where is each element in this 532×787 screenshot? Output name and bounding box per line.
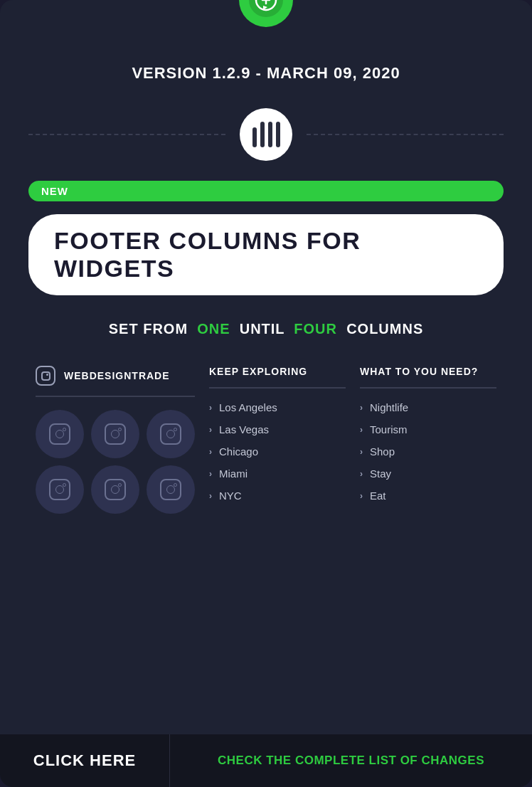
list-item[interactable]: › Chicago	[209, 445, 346, 458]
dashed-line-left	[28, 134, 225, 135]
set-from-text: SET FROM ONE UNTIL FOUR COLUMNS	[28, 321, 504, 337]
chevron-icon: ›	[360, 447, 363, 457]
bar-3	[268, 122, 272, 147]
four-label: FOUR	[294, 321, 337, 337]
list-item[interactable]: › NYC	[209, 490, 346, 502]
list-item-label: NYC	[219, 490, 242, 502]
chevron-icon: ›	[360, 403, 363, 413]
dashed-line-right	[307, 134, 504, 135]
instagram-thumb-2[interactable]	[91, 410, 139, 458]
exploring-nav-list: › Los Angeles › Las Vegas › Chicago › Mi…	[209, 401, 346, 502]
new-badge: NEW	[28, 181, 504, 201]
chevron-icon: ›	[209, 447, 212, 457]
instagram-thumb-6[interactable]	[147, 465, 195, 514]
chevron-icon: ›	[209, 469, 212, 479]
list-item-label: Los Angeles	[219, 401, 277, 413]
footer-col-needs: WHAT TO YOU NEED? › Nightlife › Tourism …	[360, 366, 496, 514]
thumb-dot-4	[63, 483, 66, 487]
footer-check-list-section[interactable]: CHECK THE COMPLETE LIST OF CHANGES	[170, 734, 532, 787]
thumb-icon-6	[160, 479, 181, 500]
thumb-icon-1	[49, 423, 70, 445]
footer-click-here-section[interactable]: CLICK HERE	[0, 734, 170, 787]
bar-1	[252, 127, 257, 147]
thumb-icon-2	[105, 423, 126, 445]
footer-columns: WEBDESIGNTRADE	[28, 366, 504, 514]
list-item-label: Tourism	[370, 423, 408, 435]
chevron-icon: ›	[360, 469, 363, 479]
list-item-label: Eat	[370, 490, 386, 502]
instagram-thumb-5[interactable]	[91, 465, 139, 514]
instagram-header-icon	[36, 366, 55, 386]
needs-col-header: WHAT TO YOU NEED?	[360, 366, 496, 389]
bars-inner	[252, 122, 280, 147]
list-item[interactable]: › Nightlife	[360, 401, 496, 413]
card-body: VERSION 1.2.9 - MARCH 09, 2020 NEW FOOTE…	[0, 0, 532, 706]
location-pin-icon	[239, 0, 293, 37]
instagram-thumb-1[interactable]	[36, 410, 84, 458]
list-item[interactable]: › Shop	[360, 445, 496, 458]
instagram-grid	[36, 410, 195, 514]
thumb-circle-6	[166, 485, 175, 494]
list-item[interactable]: › Tourism	[360, 423, 496, 435]
bars-icon	[240, 108, 292, 161]
chevron-icon: ›	[360, 491, 363, 501]
list-item-label: Miami	[219, 468, 248, 480]
chevron-icon: ›	[209, 491, 212, 501]
chevron-icon: ›	[360, 425, 363, 435]
thumb-icon-5	[105, 479, 126, 500]
list-item[interactable]: › Miami	[209, 468, 346, 480]
exploring-col-header: KEEP EXPLORING	[209, 366, 346, 389]
set-from-label: SET FROM	[109, 321, 188, 337]
list-item[interactable]: › Eat	[360, 490, 496, 502]
thumb-icon-3	[160, 423, 181, 445]
list-item-label: Las Vegas	[219, 423, 269, 435]
thumb-dot-5	[118, 483, 122, 487]
list-item-label: Chicago	[219, 445, 258, 458]
needs-nav-list: › Nightlife › Tourism › Shop › Stay	[360, 401, 496, 502]
thumb-circle-5	[111, 485, 119, 494]
thumb-circle-1	[55, 430, 64, 438]
instagram-col-header: WEBDESIGNTRADE	[36, 366, 195, 397]
list-item[interactable]: › Las Vegas	[209, 423, 346, 435]
thumb-icon-4	[49, 479, 70, 500]
feature-title: FOOTER COLUMNS FOR WIDGETS	[54, 227, 361, 282]
instagram-thumb-3[interactable]	[147, 410, 195, 458]
instagram-inner	[41, 371, 50, 381]
list-item[interactable]: › Stay	[360, 468, 496, 480]
feature-title-box: FOOTER COLUMNS FOR WIDGETS	[28, 214, 504, 295]
footer-col-instagram: WEBDESIGNTRADE	[36, 366, 195, 514]
click-here-text[interactable]: CLICK HERE	[33, 751, 136, 770]
thumb-dot-3	[174, 428, 177, 431]
chevron-icon: ›	[209, 403, 212, 413]
main-card: VERSION 1.2.9 - MARCH 09, 2020 NEW FOOTE…	[0, 0, 532, 787]
divider-section	[28, 108, 504, 161]
instagram-thumb-4[interactable]	[36, 465, 84, 514]
list-item-label: Shop	[370, 445, 395, 458]
columns-label: COLUMNS	[346, 321, 423, 337]
instagram-username: WEBDESIGNTRADE	[64, 370, 170, 381]
check-list-text[interactable]: CHECK THE COMPLETE LIST OF CHANGES	[218, 754, 484, 768]
footer-col-exploring: KEEP EXPLORING › Los Angeles › Las Vegas…	[209, 366, 346, 514]
list-item-label: Nightlife	[370, 401, 408, 413]
until-label: UNTIL	[240, 321, 285, 337]
list-item[interactable]: › Los Angeles	[209, 401, 346, 413]
thumb-dot-1	[63, 428, 66, 431]
thumb-dot-6	[174, 483, 177, 487]
chevron-icon: ›	[209, 425, 212, 435]
thumb-circle-3	[166, 430, 175, 438]
thumb-circle-4	[55, 485, 64, 494]
thumb-dot-2	[118, 428, 122, 431]
card-footer: CLICK HERE CHECK THE COMPLETE LIST OF CH…	[0, 734, 532, 787]
list-item-label: Stay	[370, 468, 391, 480]
bar-2	[260, 122, 265, 147]
bar-4	[276, 122, 280, 147]
instagram-dot	[46, 374, 48, 376]
thumb-circle-2	[111, 430, 119, 438]
one-label: ONE	[197, 321, 230, 337]
version-text: VERSION 1.2.9 - MARCH 09, 2020	[28, 64, 504, 83]
